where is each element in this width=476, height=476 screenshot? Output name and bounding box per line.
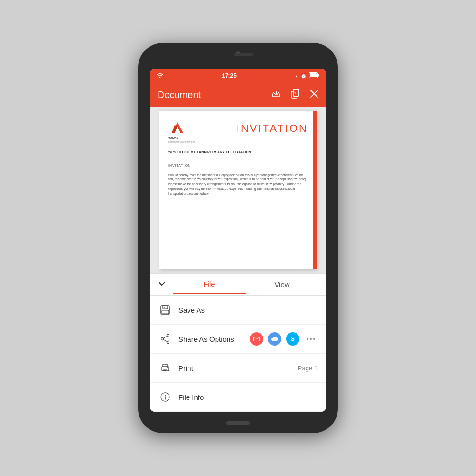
doc-body-text: I would hereby invite the members of Bei… bbox=[168, 173, 308, 196]
doc-header: WPS Document Sharing World INVITATION bbox=[168, 120, 308, 143]
app-toolbar: Document 1 bbox=[150, 82, 326, 107]
phone-speaker bbox=[234, 53, 253, 56]
doc-invitation-heading: INVITATION bbox=[237, 122, 308, 135]
print-menu-item[interactable]: Print Page 1 bbox=[150, 354, 326, 383]
wps-logo: WPS Document Sharing World bbox=[168, 120, 195, 143]
toolbar-icons: 1 bbox=[271, 89, 318, 101]
svg-rect-9 bbox=[161, 306, 169, 314]
svg-point-25 bbox=[167, 367, 168, 368]
info-icon bbox=[159, 390, 172, 404]
share-icon bbox=[159, 332, 172, 346]
tab-view[interactable]: View bbox=[246, 276, 318, 293]
svg-rect-10 bbox=[163, 306, 168, 309]
toolbar-title: Document bbox=[158, 89, 201, 100]
share-as-label: Share As Options bbox=[178, 335, 250, 343]
file-info-label: File Info bbox=[178, 393, 317, 401]
svg-text:1: 1 bbox=[294, 91, 296, 95]
svg-rect-2 bbox=[318, 74, 319, 77]
cloud-share-icon[interactable] bbox=[268, 332, 281, 346]
save-as-label: Save As bbox=[178, 306, 317, 314]
document-area: WPS Document Sharing World INVITATION WP… bbox=[150, 107, 326, 273]
svg-point-28 bbox=[165, 395, 166, 396]
document-page: WPS Document Sharing World INVITATION WP… bbox=[159, 111, 317, 269]
crown-icon[interactable] bbox=[271, 89, 281, 100]
doc-section-label: INVITATION bbox=[168, 164, 191, 169]
svg-rect-22 bbox=[162, 367, 169, 371]
phone-home-button[interactable] bbox=[226, 421, 250, 425]
svg-point-21 bbox=[313, 338, 315, 340]
wps-tagline: Document Sharing World bbox=[168, 140, 195, 143]
status-right: ⬧ ⏰ bbox=[295, 72, 319, 79]
doc-event-title: WPS OFFICE 5TH ANNIVERSARY CELEBRATION bbox=[168, 150, 308, 155]
print-page-info: Page 1 bbox=[298, 365, 317, 372]
more-share-icon[interactable] bbox=[304, 332, 317, 346]
phone-device: 17:25 ⬧ ⏰ Document bbox=[138, 43, 338, 433]
save-as-menu-item[interactable]: Save As bbox=[150, 296, 326, 325]
svg-point-15 bbox=[161, 338, 164, 340]
tab-file[interactable]: File bbox=[173, 275, 246, 294]
status-bar: 17:25 ⬧ ⏰ bbox=[150, 69, 326, 82]
share-options-icons: S bbox=[250, 332, 317, 346]
close-icon[interactable] bbox=[310, 89, 318, 100]
wps-brand-text: WPS bbox=[168, 136, 178, 140]
status-time: 17:25 bbox=[222, 72, 237, 79]
print-page-text: Page 1 bbox=[298, 365, 317, 372]
copy-icon[interactable]: 1 bbox=[291, 89, 300, 101]
svg-point-13 bbox=[167, 335, 169, 337]
alarm-icon: ⏰ bbox=[300, 73, 307, 79]
skype-share-icon[interactable]: S bbox=[286, 332, 299, 346]
bottom-menu: File View Save As bbox=[150, 273, 326, 412]
wps-logo-icon bbox=[168, 120, 187, 136]
bluetooth-icon: ⬧ bbox=[295, 73, 298, 79]
svg-rect-1 bbox=[310, 73, 317, 77]
share-as-options-menu-item[interactable]: Share As Options S bbox=[150, 325, 326, 354]
svg-point-20 bbox=[310, 338, 312, 340]
tab-bar: File View bbox=[150, 274, 326, 296]
battery-icon bbox=[309, 72, 319, 79]
chevron-down-icon[interactable] bbox=[158, 279, 166, 290]
save-icon bbox=[159, 303, 172, 317]
svg-line-16 bbox=[163, 336, 167, 338]
svg-point-14 bbox=[167, 341, 169, 344]
wifi-icon bbox=[157, 73, 163, 79]
svg-point-19 bbox=[307, 338, 308, 340]
svg-line-17 bbox=[163, 339, 167, 341]
print-icon bbox=[159, 361, 172, 375]
phone-screen: 17:25 ⬧ ⏰ Document bbox=[150, 69, 326, 412]
file-info-menu-item[interactable]: File Info bbox=[150, 383, 326, 412]
svg-rect-23 bbox=[163, 369, 167, 370]
email-share-icon[interactable] bbox=[250, 332, 263, 346]
red-side-bar bbox=[313, 111, 317, 269]
svg-rect-24 bbox=[163, 370, 166, 371]
print-label: Print bbox=[178, 364, 298, 372]
status-left bbox=[157, 73, 163, 79]
svg-rect-11 bbox=[162, 310, 169, 314]
